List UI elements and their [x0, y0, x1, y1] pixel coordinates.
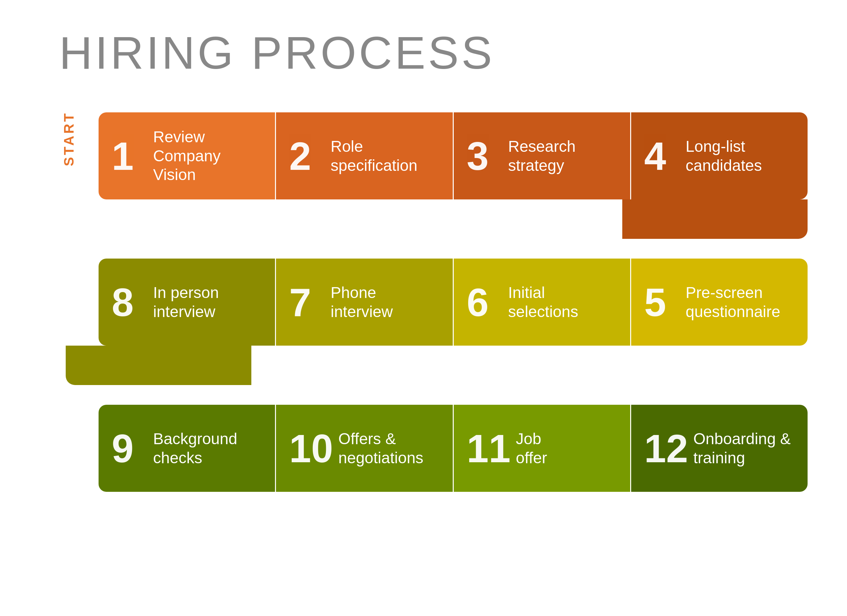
- page: HIRING PROCESS START 1 ReviewCompanyVisi…: [0, 0, 847, 616]
- step-9: 9 Backgroundchecks: [99, 405, 275, 492]
- row-1: 1 ReviewCompanyVision 2 Rolespecificatio…: [99, 112, 807, 199]
- step-2: 2 Rolespecification: [276, 112, 452, 199]
- step-12-label: Onboarding &training: [693, 429, 791, 467]
- row-3: 9 Backgroundchecks 10 Offers &negotiatio…: [99, 405, 807, 492]
- connector-right: [66, 199, 807, 239]
- step-2-number: 2: [289, 136, 325, 176]
- step-9-label: Backgroundchecks: [153, 429, 237, 467]
- flow-diagram: START 1 ReviewCompanyVision 2 Rolespecif…: [66, 112, 807, 492]
- step-6-label: Initialselections: [508, 283, 578, 321]
- page-title: HIRING PROCESS: [59, 26, 807, 80]
- step-8: 8 In personinterview: [99, 259, 275, 346]
- start-label: START: [61, 113, 77, 166]
- step-2-label: Rolespecification: [331, 137, 417, 175]
- step-4-label: Long-listcandidates: [686, 137, 762, 175]
- step-11: 11 Joboffer: [454, 405, 630, 492]
- connector-left: [66, 346, 807, 385]
- step-1-label: ReviewCompanyVision: [153, 127, 220, 184]
- step-6-number: 6: [467, 283, 503, 322]
- step-8-number: 8: [112, 283, 148, 322]
- step-5-number: 5: [644, 283, 680, 322]
- step-5-label: Pre-screenquestionnaire: [686, 283, 780, 321]
- step-1: 1 ReviewCompanyVision: [99, 112, 275, 199]
- step-4-number: 4: [644, 136, 680, 176]
- step-3-number: 3: [467, 136, 503, 176]
- step-10-label: Offers &negotiations: [338, 429, 424, 467]
- step-7-label: Phoneinterview: [331, 283, 393, 321]
- step-7-number: 7: [289, 283, 325, 322]
- step-12-number: 12: [644, 429, 688, 468]
- step-7: 7 Phoneinterview: [276, 259, 452, 346]
- step-10: 10 Offers &negotiations: [276, 405, 452, 492]
- step-12: 12 Onboarding &training: [631, 405, 807, 492]
- end-label: END: [797, 422, 807, 475]
- step-3-label: Researchstrategy: [508, 137, 575, 175]
- step-4: 4 Long-listcandidates: [631, 112, 807, 199]
- step-1-number: 1: [112, 136, 148, 176]
- step-10-number: 10: [289, 429, 333, 468]
- step-9-number: 9: [112, 429, 148, 468]
- step-11-number: 11: [467, 429, 511, 468]
- step-11-label: Joboffer: [516, 429, 547, 467]
- step-6: 6 Initialselections: [454, 259, 630, 346]
- step-5: 5 Pre-screenquestionnaire: [631, 259, 807, 346]
- step-3: 3 Researchstrategy: [454, 112, 630, 199]
- row-2: 8 In personinterview 7 Phoneinterview 6 …: [99, 259, 807, 346]
- step-8-label: In personinterview: [153, 283, 219, 321]
